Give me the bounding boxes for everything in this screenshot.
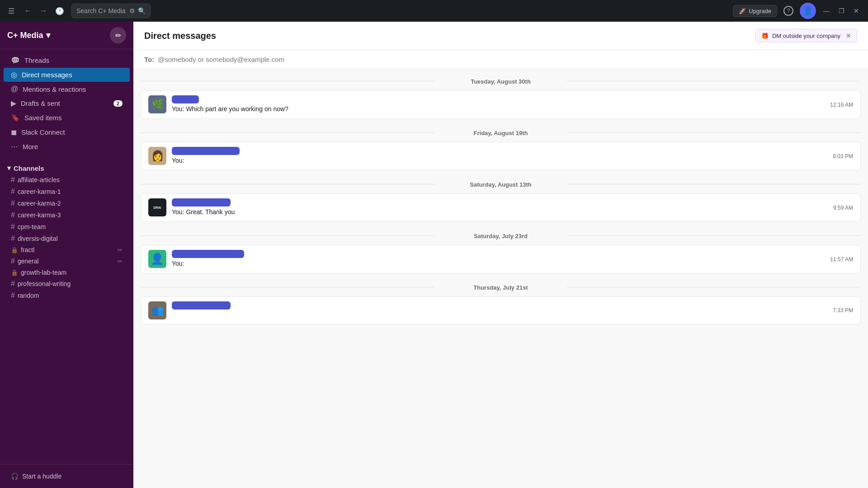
back-button[interactable]: ← (22, 5, 34, 17)
sidebar-item-direct-messages[interactable]: ◎ Direct messages (4, 68, 130, 82)
table-row[interactable]: 🌿 You: Which part are you working on now… (141, 90, 861, 119)
to-field: To: (133, 50, 868, 69)
search-bar[interactable]: Search C+ Media ⚙ 🔍 (71, 4, 151, 18)
content-header: Direct messages 🎁 DM outside your compan… (133, 22, 868, 50)
channel-item-professonal-writing[interactable]: # professonal-writing (4, 278, 130, 290)
channel-item-growth-lab-team[interactable]: 🔒 growth-lab-team (4, 267, 130, 278)
date-label: Friday, August 19th (474, 130, 528, 136)
date-divider-jul23: Saturday, July 23rd (133, 224, 868, 243)
lock-icon: 🔒 (11, 247, 18, 253)
sender-name-blur (172, 95, 199, 103)
compose-icon: ✏ (115, 31, 121, 40)
message-time: 7:33 PM (833, 307, 853, 314)
date-label: Saturday, July 23rd (474, 233, 528, 239)
channel-label: fractl (21, 246, 34, 253)
sidebar-item-slack-connect[interactable]: ◼ Slack Connect (4, 125, 130, 139)
dm-notice-text: DM outside your company (772, 33, 840, 39)
channels-section-header[interactable]: ▾ Channels (0, 158, 133, 174)
sidebar-item-mentions[interactable]: @ Mentions & reactions (4, 82, 130, 96)
hash-icon: # (11, 211, 15, 219)
history-icon: 🕐 (55, 7, 64, 15)
to-label: To: (144, 56, 154, 63)
channel-item-career-karma-3[interactable]: # career-karma-3 (4, 209, 130, 221)
channel-label: professonal-writing (18, 280, 71, 287)
edit-icon[interactable]: ✏ (118, 247, 123, 253)
sidebar-footer: 🎧 Start a huddle (0, 464, 133, 488)
avatar-label: DRAI (153, 206, 161, 209)
maximize-button[interactable]: ❐ (835, 5, 848, 16)
app-body: C+ Media ▾ ✏ 💬 Threads ◎ Direct messages… (0, 22, 868, 488)
channel-item-fractl[interactable]: 🔒 fractl ✏ (4, 244, 130, 255)
channel-item-general[interactable]: # general ✏ (4, 255, 130, 267)
avatar: 👥 (148, 301, 166, 319)
message-time: 9:59 AM (833, 205, 853, 211)
message-text: You: (172, 259, 825, 268)
nav-controls: ← → 🕐 (22, 5, 67, 17)
message-name-row (172, 250, 825, 258)
sidebar-item-more[interactable]: ⋯ More (4, 140, 130, 154)
message-text: You: (172, 156, 827, 165)
message-name-row (172, 95, 825, 103)
channel-item-career-karma-1[interactable]: # career-karma-1 (4, 186, 130, 197)
message-name-row (172, 198, 828, 206)
sidebar-item-threads[interactable]: 💬 Threads (4, 53, 130, 67)
channel-item-cpm-team[interactable]: # cpm-team (4, 221, 130, 233)
message-text: You: Great. Thank you (172, 207, 828, 217)
close-notice-button[interactable]: ✕ (846, 32, 851, 39)
compose-button[interactable]: ✏ (110, 27, 126, 43)
table-row[interactable]: 👥 7:33 PM (141, 296, 861, 324)
minimize-button[interactable]: — (820, 5, 833, 16)
huddle-button[interactable]: 🎧 Start a huddle (7, 470, 126, 483)
drafts-badge: 2 (113, 100, 123, 107)
sidebar-item-label: Threads (24, 56, 49, 64)
message-time: 12:16 AM (830, 102, 853, 108)
forward-button[interactable]: → (37, 5, 50, 17)
upgrade-button[interactable]: 🚀 Upgrade (733, 5, 777, 17)
table-row[interactable]: DRAI You: Great. Thank you 9:59 AM (141, 193, 861, 222)
sender-name-blur (172, 147, 240, 155)
channel-label: general (18, 258, 39, 265)
hash-icon: # (11, 291, 15, 300)
message-body: You: (172, 250, 825, 268)
channel-item-random[interactable]: # random (4, 290, 130, 301)
sender-name-blur (172, 198, 231, 206)
sidebar-item-label: Mentions & reactions (23, 85, 86, 93)
dm-notice-banner[interactable]: 🎁 DM outside your company ✕ (755, 29, 857, 42)
filter-icon: ⚙ (129, 7, 135, 14)
channel-label: random (18, 292, 39, 299)
channel-label: career-karma-3 (18, 211, 61, 219)
hamburger-icon: ☰ (8, 7, 14, 15)
edit-icon[interactable]: ✏ (118, 258, 123, 265)
sidebar-item-label: More (23, 143, 38, 150)
sidebar-item-label: Saved items (24, 114, 62, 122)
drafts-icon: ▶ (11, 99, 16, 108)
date-label: Saturday, August 13th (470, 181, 532, 188)
upgrade-label: Upgrade (749, 8, 771, 14)
to-input[interactable] (158, 56, 857, 63)
channel-item-career-karma-2[interactable]: # career-karma-2 (4, 197, 130, 209)
workspace-name[interactable]: C+ Media ▾ (7, 30, 50, 40)
channels-list: # affiliate-articles # career-karma-1 # … (0, 174, 133, 301)
sidebar: C+ Media ▾ ✏ 💬 Threads ◎ Direct messages… (0, 22, 133, 488)
sidebar-item-drafts[interactable]: ▶ Drafts & sent 2 (4, 96, 130, 110)
table-row[interactable]: 👤 You: 11:57 AM (141, 245, 861, 273)
channel-item-affiliate-articles[interactable]: # affiliate-articles (4, 174, 130, 186)
channel-label: career-karma-1 (18, 188, 61, 195)
hash-icon: # (11, 188, 15, 196)
sidebar-item-saved[interactable]: 🔖 Saved items (4, 111, 130, 125)
message-body (172, 301, 827, 310)
close-button[interactable]: ✕ (850, 5, 863, 16)
avatar[interactable]: 👤 (800, 3, 816, 19)
threads-icon: 💬 (11, 56, 20, 65)
hash-icon: # (11, 235, 15, 243)
table-row[interactable]: 👩 You: 8:03 PM (141, 142, 861, 170)
history-button[interactable]: 🕐 (52, 5, 67, 17)
page-title: Direct messages (144, 31, 216, 41)
help-button[interactable]: ? (781, 4, 796, 18)
channel-item-diversis-digital[interactable]: # diversis-digital (4, 233, 130, 244)
date-divider-jul21: Thursday, July 21st (133, 275, 868, 295)
date-label: Tuesday, August 30th (471, 78, 531, 85)
message-time: 8:03 PM (833, 153, 853, 160)
hamburger-menu-button[interactable]: ☰ (5, 5, 17, 17)
hash-icon: # (11, 257, 15, 265)
